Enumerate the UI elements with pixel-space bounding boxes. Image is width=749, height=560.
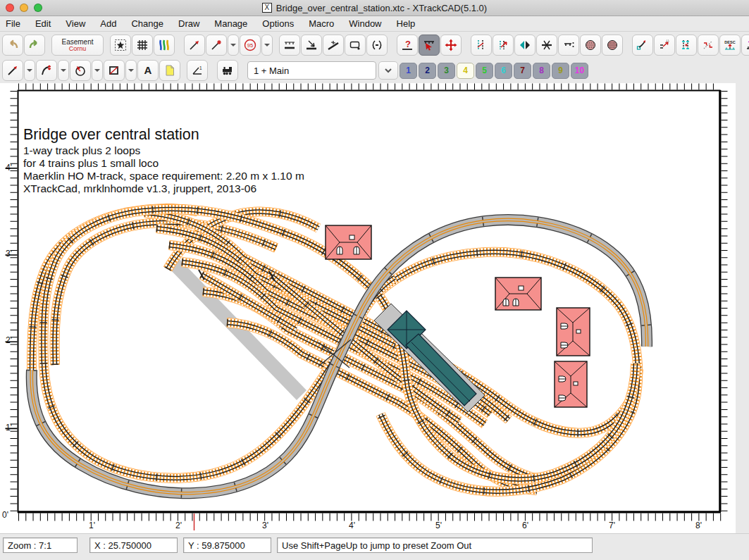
layer-8-button[interactable]: 8 [533,63,550,79]
menu-draw[interactable]: Draw [178,18,199,29]
layer-5-button[interactable]: 5 [476,63,493,79]
ruler-tool-button[interactable] [206,35,227,56]
menu-help[interactable]: Help [397,18,416,29]
svg-text:8': 8' [695,521,702,530]
layer-4-button[interactable]: 4 [457,63,474,79]
menu-macro[interactable]: Macro [309,18,334,29]
ruler-icon [188,39,201,51]
train-mode-icon [221,64,235,77]
easement-label: Easement [61,39,93,46]
svg-text:6': 6' [522,521,528,530]
measure-track-button[interactable] [279,35,300,56]
draw-shape-dropdown[interactable] [125,60,137,81]
sever-track-button[interactable] [698,35,719,56]
text-tool-button[interactable]: A [137,60,159,81]
draw-circle-button[interactable] [70,60,91,81]
chevron-down-icon [26,68,33,73]
cross-track-icon [540,39,553,51]
tunnel-button[interactable] [366,35,388,56]
parallel-line-button[interactable] [602,35,623,56]
annotation-title: Bridge over central station [23,126,199,143]
status-bar: Zoom : 7:1 X : 25.750000 Y : 59.875000 U… [0,533,749,560]
drawing-canvas[interactable]: Bridge over central station 1-way track … [0,83,749,533]
layer-10-button[interactable]: 10 [571,63,588,79]
layout-annotation: Bridge over central station 1-way track … [23,126,304,194]
snap-grid-enable-button[interactable] [110,35,131,56]
connect-curve-button[interactable] [632,35,653,56]
layer-select[interactable]: 1 + Main [247,61,376,80]
sever-track-icon [702,39,714,51]
toolbar-row-1: Easement Cornu 95 ? DESC Z [0,32,749,58]
draw-circle-dropdown[interactable] [92,60,103,81]
draw-curve-button[interactable] [36,60,57,81]
draw-curve-dropdown[interactable] [58,60,69,81]
dimension-tool-button[interactable]: 1 [187,60,208,81]
menu-edit[interactable]: Edit [35,18,51,29]
svg-text:95: 95 [247,42,253,49]
note-tool-icon [163,64,176,77]
ruler-dropdown[interactable] [228,35,239,56]
protractor-button[interactable]: 95 [240,35,261,56]
toolbar-row-2: A 1 1 + Main 1 2 3 4 5 6 7 8 9 10 [0,58,749,83]
menu-options[interactable]: Options [262,18,294,29]
track-grade-button[interactable] [323,35,344,56]
describe-button[interactable] [345,35,366,56]
layer-9-button[interactable]: 9 [552,63,569,79]
elevation-z-icon: Z [745,39,749,51]
query-button[interactable]: ? [397,35,418,56]
parallel-line-icon [606,39,619,51]
flip-button[interactable] [514,35,536,56]
select-tool-icon [423,39,435,51]
select-tool-button[interactable] [419,35,440,56]
join-track-button[interactable] [471,35,492,56]
track-plan: Bridge over central station 1-way track … [0,83,749,533]
map-window-button[interactable] [154,35,175,56]
svg-text:2': 2' [6,335,12,345]
parallel-track-button[interactable] [580,35,601,56]
move-tool-button[interactable] [440,35,462,56]
connect-tracks-button[interactable] [676,35,697,56]
draw-shape-icon [108,64,120,77]
svg-text:XTrackCad, mrklnhomde v1.3, jr: XTrackCad, mrklnhomde v1.3, jruppert, 20… [23,182,256,194]
cornu-label: Cornu [69,46,87,52]
layer-1-button[interactable]: 1 [400,63,417,79]
layer-2-button[interactable]: 2 [419,63,436,79]
svg-text:1: 1 [199,66,202,70]
menu-file[interactable]: File [6,18,20,29]
redo-button[interactable] [24,35,45,56]
menu-view[interactable]: View [66,18,85,29]
svg-text:?: ? [405,39,411,49]
draw-straight-dropdown[interactable] [24,60,35,81]
layer-7-button[interactable]: 7 [514,63,531,79]
connect-line-button[interactable] [654,35,675,56]
menu-add[interactable]: Add [100,18,116,29]
align-button[interactable] [558,35,579,56]
svg-text:4': 4' [6,163,12,173]
join-multi-button[interactable] [493,35,514,56]
tunnel-icon [371,39,383,51]
menu-manage[interactable]: Manage [214,18,247,29]
note-tool-button[interactable] [159,60,180,81]
svg-text:for 4 trains plus 1 small loco: for 4 trains plus 1 small loco [23,157,159,169]
join-track-icon [475,39,488,51]
layer-6-button[interactable]: 6 [495,63,512,79]
draw-straight-button[interactable] [2,60,23,81]
easement-button[interactable]: Easement Cornu [51,35,104,56]
snap-grid-show-button[interactable] [132,35,153,56]
undo-button[interactable] [2,35,23,56]
menu-change[interactable]: Change [131,18,163,29]
description-button[interactable]: DESC [719,35,741,56]
layer-dropdown-button[interactable] [378,61,398,80]
menu-window[interactable]: Window [349,18,381,29]
align-icon [562,39,575,51]
train-mode-button[interactable] [217,60,238,81]
layer-3-button[interactable]: 3 [438,63,455,79]
connect-tracks-icon [680,39,693,51]
protractor-dropdown[interactable] [261,35,273,56]
cross-track-button[interactable] [536,35,557,56]
track-elevation-button[interactable] [301,35,322,56]
elevation-z-button[interactable]: Z [741,35,749,56]
draw-shape-button[interactable] [104,60,125,81]
describe-icon [349,39,361,51]
ruler-button[interactable] [184,35,205,56]
